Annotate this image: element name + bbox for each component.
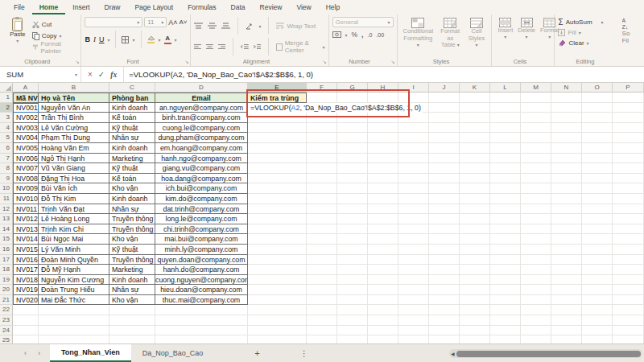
cell-L10[interactable]	[490, 183, 521, 194]
grow-font-button[interactable]: A˄	[168, 19, 177, 27]
cell-C13[interactable]: Truyền thông	[109, 214, 155, 224]
cell-A14[interactable]: NV013	[13, 224, 39, 235]
cell-D10[interactable]: ich.bui@company.com	[155, 183, 248, 194]
cell-M13[interactable]	[521, 214, 551, 224]
cell-H5[interactable]	[368, 133, 398, 143]
formula-input[interactable]: =VLOOKUP(A2, 'Da_Nop_Bao_Cao'!$A$2:$B$6,…	[124, 67, 318, 82]
tab-home[interactable]: Home	[32, 1, 66, 14]
cell-G3[interactable]	[337, 113, 368, 123]
cell-L2[interactable]	[490, 103, 521, 113]
cell-O15[interactable]	[582, 234, 613, 245]
autosum-button[interactable]: Σ AutoSum ▾	[558, 17, 618, 27]
conditional-formatting-button[interactable]: Conditional Formatting ▾	[401, 17, 436, 57]
cell-K1[interactable]	[460, 93, 490, 103]
cell-M16[interactable]	[521, 245, 551, 255]
cell-J22[interactable]	[429, 305, 460, 315]
cell-J5[interactable]	[429, 133, 460, 143]
column-header-D[interactable]: D	[155, 83, 248, 93]
cell-I23[interactable]	[398, 315, 429, 326]
cell-O21[interactable]	[582, 295, 613, 306]
cell-O9[interactable]	[582, 174, 613, 184]
cell-N11[interactable]	[551, 194, 582, 204]
align-center-icon[interactable]	[206, 43, 213, 50]
cell-P14[interactable]	[613, 224, 644, 235]
column-header-M[interactable]: M	[521, 83, 551, 93]
align-right-icon[interactable]	[218, 43, 225, 50]
cell-E20[interactable]	[248, 285, 307, 295]
cell-B1[interactable]: Họ và Tên	[39, 93, 109, 103]
cell-H6[interactable]	[368, 143, 398, 154]
row-header-21[interactable]: 21	[0, 295, 13, 306]
align-top-icon[interactable]	[194, 23, 203, 29]
accounting-caret-icon[interactable]: ▾	[345, 32, 348, 38]
cell-B19[interactable]: Nguyễn Kim Cương	[39, 275, 109, 286]
cell-N7[interactable]	[551, 154, 582, 164]
row-header-7[interactable]: 7	[0, 154, 13, 164]
number-format-combo[interactable]: General▾	[332, 17, 394, 27]
fill-button[interactable]: Fill ▾	[558, 27, 618, 38]
cell-K23[interactable]	[460, 315, 490, 326]
cell-M12[interactable]	[521, 204, 551, 215]
cell-N2[interactable]	[551, 103, 582, 113]
cell-A7[interactable]: NV006	[13, 154, 39, 164]
cell-P18[interactable]	[613, 265, 644, 275]
tab-bar-more-icon[interactable]: ⋮	[300, 344, 308, 362]
orientation-caret-icon[interactable]: ▾	[258, 23, 261, 29]
fill-color-button[interactable]	[147, 35, 155, 43]
font-color-button[interactable]: A	[164, 35, 171, 44]
cell-L20[interactable]	[490, 285, 521, 295]
cell-G6[interactable]	[337, 143, 368, 154]
cell-A2[interactable]: NV001	[13, 103, 39, 113]
cell-C3[interactable]: Kế toán	[109, 113, 155, 123]
tab-help[interactable]: Help	[319, 1, 347, 14]
cell-D16[interactable]: minh.ly@company.com	[155, 245, 248, 255]
alignment-dialog-launcher-icon[interactable]: ↘	[322, 59, 326, 64]
cell-K3[interactable]	[460, 113, 490, 123]
cell-L21[interactable]	[490, 295, 521, 306]
cell-K6[interactable]	[460, 143, 490, 154]
cell-K17[interactable]	[460, 255, 490, 265]
font-size-combo[interactable]: 11▾	[144, 17, 167, 27]
cell-G1[interactable]	[337, 93, 368, 103]
cell-K20[interactable]	[460, 285, 490, 295]
cell-C1[interactable]: Phòng ban	[109, 93, 155, 103]
cell-D3[interactable]: binh.tran@company.com	[155, 113, 248, 123]
cell-J13[interactable]	[429, 214, 460, 224]
cell-L4[interactable]	[490, 123, 521, 134]
column-header-K[interactable]: K	[460, 83, 490, 93]
cell-E2[interactable]: =VLOOKUP(A2, 'Da_Nop_Bao_Cao'!$A$2:$B$6,…	[248, 103, 307, 113]
cell-F10[interactable]	[307, 183, 337, 194]
cell-B11[interactable]: Đỗ Thị Kim	[39, 194, 109, 204]
delete-cells-button[interactable]: Delete▾	[515, 17, 538, 57]
cell-H3[interactable]	[368, 113, 398, 123]
cell-K16[interactable]	[460, 245, 490, 255]
cell-D19[interactable]: cuong.nguyen@company.com	[155, 275, 248, 286]
column-header-F[interactable]: F	[307, 83, 337, 93]
cell-F3[interactable]	[307, 113, 337, 123]
borders-caret-icon[interactable]: ▾	[132, 37, 134, 43]
cell-G20[interactable]	[337, 285, 368, 295]
cell-P19[interactable]	[613, 275, 644, 286]
cell-N6[interactable]	[551, 143, 582, 154]
cell-B22[interactable]	[39, 305, 109, 315]
row-header-1[interactable]: 1	[0, 93, 13, 103]
cell-C14[interactable]: Truyền thông	[109, 224, 155, 235]
cell-I13[interactable]	[398, 214, 429, 224]
cell-H8[interactable]	[368, 163, 398, 174]
increase-decimal-button[interactable]: .0	[367, 32, 372, 38]
cell-F16[interactable]	[307, 245, 337, 255]
column-header-A[interactable]: A	[13, 83, 39, 93]
cell-G8[interactable]	[337, 163, 368, 174]
cell-G5[interactable]	[337, 133, 368, 143]
cell-E5[interactable]	[248, 133, 307, 143]
cell-P24[interactable]	[613, 326, 644, 336]
cell-N5[interactable]	[551, 133, 582, 143]
cell-H11[interactable]	[368, 194, 398, 204]
merge-center-button[interactable]: Merge & Center ▾	[276, 42, 324, 52]
cell-M5[interactable]	[521, 133, 551, 143]
cell-F23[interactable]	[307, 315, 337, 326]
cell-C4[interactable]: Kỹ thuật	[109, 123, 155, 134]
cell-J9[interactable]	[429, 174, 460, 184]
row-header-20[interactable]: 20	[0, 285, 13, 295]
cell-K10[interactable]	[460, 183, 490, 194]
